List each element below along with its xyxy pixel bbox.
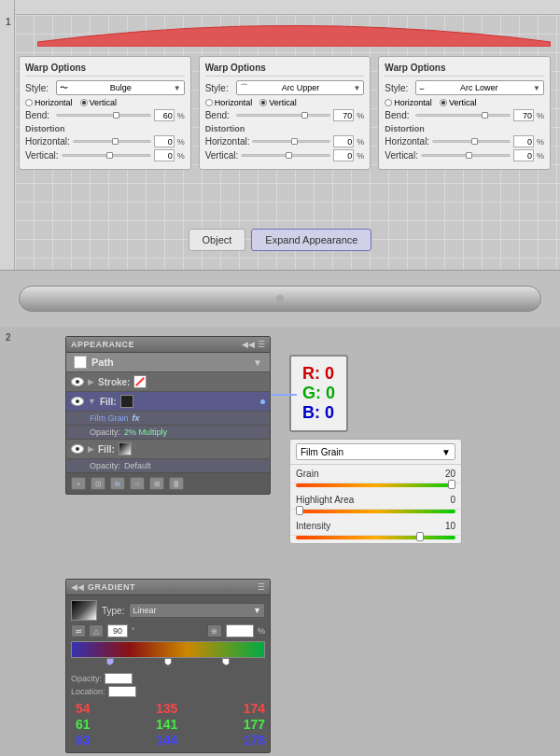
stroke-visibility-icon[interactable] <box>71 377 84 386</box>
gradient-menu-icon[interactable]: ☰ <box>258 582 265 592</box>
highlight-thumb[interactable] <box>296 506 303 515</box>
stroke-swatch[interactable] <box>133 375 147 388</box>
appearance-panel-title: APPEARANCE <box>71 340 134 349</box>
h-dist-slider-2[interactable] <box>252 140 330 143</box>
path-thumbnail <box>74 356 87 369</box>
gradient-reverse-icon[interactable]: ⇄ <box>71 624 86 637</box>
bend-value-3[interactable]: 70 <box>513 109 534 121</box>
radio-vertical-2[interactable]: Vertical <box>259 98 297 107</box>
v-dist-thumb-3[interactable] <box>466 152 472 159</box>
gradient-pct-box[interactable] <box>226 624 254 637</box>
h-dist-value-3[interactable]: 0 <box>513 135 534 147</box>
intensity-slider[interactable] <box>296 536 455 539</box>
opacity-input[interactable] <box>105 673 133 684</box>
highlight-slider[interactable] <box>296 510 455 513</box>
grad-b2: 144 <box>156 733 177 748</box>
radio-horizontal-2[interactable]: Horizontal <box>205 98 253 107</box>
bend-slider-2[interactable] <box>236 114 331 117</box>
gradient-stop-3[interactable] <box>222 658 230 665</box>
location-input[interactable] <box>108 686 136 697</box>
v-dist-value-3[interactable]: 0 <box>513 149 534 161</box>
style-arrow-2: ▼ <box>353 84 360 92</box>
fill2-expand-icon: ▶ <box>88 444 94 454</box>
grad-r2: 135 <box>156 701 177 716</box>
v-dist-slider-2[interactable] <box>241 154 330 157</box>
gradient-spread-icon[interactable]: ⊕ <box>207 624 222 637</box>
intensity-value: 10 <box>437 521 455 531</box>
radio-horizontal-1[interactable]: Horizontal <box>25 98 73 107</box>
trash-icon[interactable]: 🗑 <box>169 477 184 490</box>
section-divider <box>0 271 560 327</box>
clear-icon[interactable]: ○ <box>130 477 145 490</box>
h-dist-thumb-3[interactable] <box>471 138 478 145</box>
add-item-icon[interactable]: + <box>71 477 86 490</box>
panel-collapse-icon[interactable]: ◀◀ <box>242 340 255 349</box>
radio-vertical-1[interactable]: Vertical <box>80 98 118 107</box>
style-select-3[interactable]: ⌣ Arc Lower ▼ <box>415 80 544 95</box>
duplicate-icon[interactable]: ⊡ <box>91 477 105 490</box>
expand-appearance-button[interactable]: Expand Appearance <box>251 229 371 251</box>
radio-vertical-3[interactable]: Vertical <box>440 98 477 107</box>
rgb-readout: R: 0 G: 0 B: 0 <box>289 355 348 432</box>
gradient-collapse-icon[interactable]: ◀◀ <box>71 582 84 592</box>
v-dist-thumb-2[interactable] <box>286 152 292 159</box>
v-dist-thumb-1[interactable] <box>106 152 113 159</box>
bend-thumb-2[interactable] <box>301 112 308 119</box>
h-dist-value-1[interactable]: 0 <box>154 135 175 147</box>
bend-thumb-3[interactable] <box>482 112 488 119</box>
fill2-visibility-icon[interactable] <box>71 444 84 454</box>
h-dist-slider-1[interactable] <box>73 140 151 143</box>
bend-slider-1[interactable] <box>56 114 151 117</box>
fill-swatch-1[interactable] <box>120 395 133 408</box>
fill-row-2[interactable]: ▶ Fill: <box>66 440 270 459</box>
rgb-r-display: R: 0 <box>302 364 335 384</box>
opacity-sub-row: Opacity: 2% Multiply <box>66 426 270 440</box>
gradient-type-select[interactable]: Linear ▼ <box>129 603 265 618</box>
bend-slider-3[interactable] <box>415 114 511 117</box>
v-dist-slider-3[interactable] <box>421 154 511 157</box>
h-dist-thumb-1[interactable] <box>112 138 119 145</box>
fill-eye-dot <box>76 399 79 403</box>
bend-value-2[interactable]: 70 <box>333 109 354 121</box>
radio-v-label-2: Vertical <box>269 98 297 107</box>
v-dist-value-2[interactable]: 0 <box>333 149 354 161</box>
h-dist-value-2[interactable]: 0 <box>333 135 354 147</box>
style-select-1[interactable]: 〜 Bulge ▼ <box>56 80 185 95</box>
style-select-2[interactable]: ⌒ Arc Upper ▼ <box>236 80 365 95</box>
gradient-angle-icon[interactable]: △ <box>89 624 104 637</box>
gradient-angle-value[interactable]: 90 <box>107 624 128 637</box>
grain-thumb[interactable] <box>448 480 455 489</box>
bend-value-1[interactable]: 60 <box>154 109 175 121</box>
gradient-bar[interactable] <box>71 641 265 658</box>
fg-filter-select[interactable]: Film Grain ▼ <box>296 443 455 460</box>
stroke-row[interactable]: ▶ Stroke: <box>66 372 270 392</box>
h-dist-thumb-2[interactable] <box>291 138 298 145</box>
film-grain-panel: Film Grain ▼ Grain 20 Highlight Area 0 I… <box>289 439 462 544</box>
grid-icon[interactable]: ⊞ <box>149 477 164 490</box>
gradient-bar-container <box>71 641 265 658</box>
warp-panel-1: Warp Options Style: 〜 Bulge ▼ Horizontal… <box>19 56 191 170</box>
style-label-3: Style: <box>385 83 413 93</box>
panel-menu-icon[interactable]: ☰ <box>258 340 265 349</box>
h-dist-pct-1: % <box>177 137 185 147</box>
object-button[interactable]: Object <box>189 229 246 251</box>
fx-button[interactable]: fx <box>110 477 125 490</box>
fill-swatch-2[interactable] <box>119 442 132 455</box>
v-dist-slider-1[interactable] <box>62 154 151 157</box>
style-icon-2: ⌒ <box>240 82 248 94</box>
h-dist-slider-3[interactable] <box>432 140 511 143</box>
gradient-stop-2[interactable] <box>164 658 172 665</box>
fill-row-1[interactable]: ▼ Fill: <box>66 392 270 412</box>
radio-v-label-1: Vertical <box>90 98 118 107</box>
gradient-stop-1[interactable] <box>106 658 114 665</box>
radio-horizontal-3[interactable]: Horizontal <box>385 98 432 107</box>
panel-controls: ◀◀ ☰ <box>242 340 265 349</box>
fill-visibility-icon[interactable] <box>71 397 84 406</box>
h-dist-label-3: Horizontal: <box>385 136 429 147</box>
v-dist-value-1[interactable]: 0 <box>154 149 175 161</box>
grain-slider[interactable] <box>296 483 455 487</box>
film-grain-sub-row[interactable]: Film Grain fx <box>66 412 270 426</box>
bend-thumb-1[interactable] <box>113 112 119 119</box>
grad-b3: 178 <box>244 733 265 748</box>
intensity-thumb[interactable] <box>416 532 424 541</box>
